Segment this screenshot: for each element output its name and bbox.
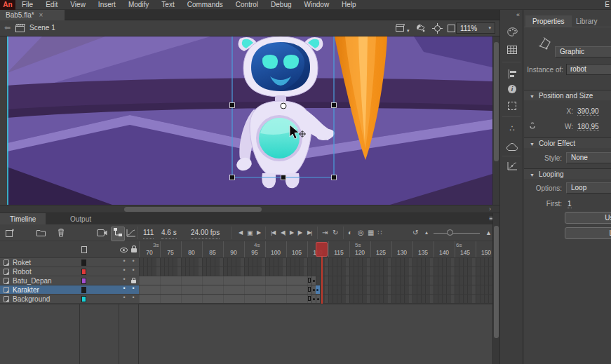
tab-library[interactable]: Library bbox=[569, 15, 605, 27]
layer-row-karakter[interactable]: Karakter•• bbox=[0, 285, 492, 295]
menu-commands[interactable]: Commands bbox=[181, 0, 229, 10]
center-stage-icon[interactable] bbox=[432, 23, 443, 34]
layer-lock-dot[interactable]: • bbox=[130, 285, 137, 292]
workspace-button[interactable]: E bbox=[605, 0, 610, 10]
style-select[interactable]: None bbox=[566, 152, 611, 163]
menu-view[interactable]: View bbox=[64, 0, 92, 10]
layer-row-roket[interactable]: Roket•• bbox=[0, 258, 492, 267]
scrollbar-right-arrow[interactable]: › bbox=[489, 205, 491, 213]
use-frame-picker-button[interactable]: Use Fra bbox=[565, 212, 611, 224]
section-color-effect[interactable]: ▼Color Effect bbox=[524, 137, 611, 148]
layer-visibility-dot[interactable]: • bbox=[121, 276, 128, 283]
step-back-one-frame-icon[interactable]: ◀| bbox=[281, 227, 285, 238]
w-value[interactable]: 180,95 bbox=[577, 123, 599, 131]
go-to-first-frame-icon[interactable]: |◀ bbox=[271, 227, 275, 238]
first-frame-value[interactable]: 1 bbox=[568, 200, 572, 208]
tab-output[interactable]: Output bbox=[60, 213, 101, 224]
menu-edit[interactable]: Edit bbox=[39, 0, 64, 10]
layer-visibility-dot[interactable]: • bbox=[121, 294, 128, 301]
layer-name-cell[interactable]: Karakter•• bbox=[0, 285, 139, 295]
layer-visibility-dot[interactable]: • bbox=[121, 257, 128, 264]
menu-debug[interactable]: Debug bbox=[264, 0, 297, 10]
current-frame-field[interactable]: 111 bbox=[143, 227, 154, 239]
layer-name-cell[interactable]: Roket•• bbox=[0, 258, 139, 267]
center-frame-icon[interactable]: ⇥ bbox=[322, 227, 328, 238]
play-icon[interactable]: ▶ bbox=[290, 227, 293, 238]
step-forward-icon[interactable]: ▶ bbox=[257, 227, 260, 238]
layer-outline-color-swatch[interactable] bbox=[81, 278, 86, 284]
layer-outline-color-swatch[interactable] bbox=[81, 259, 86, 266]
layer-frames-roket[interactable] bbox=[139, 258, 492, 267]
stage-horizontal-scrollbar[interactable]: › bbox=[0, 205, 499, 213]
frame-span[interactable] bbox=[139, 285, 311, 294]
layer-name-cell[interactable]: Background•• bbox=[0, 295, 139, 304]
layer-frames-robot[interactable] bbox=[139, 267, 492, 276]
graph-icon[interactable] bbox=[126, 229, 136, 237]
loop-icon[interactable]: ↻ bbox=[333, 227, 338, 238]
keyframe-cell[interactable] bbox=[311, 276, 316, 285]
layer-lock-icon[interactable] bbox=[131, 280, 136, 283]
modify-markers-icon[interactable]: ∷ bbox=[377, 227, 382, 238]
app-logo[interactable]: An bbox=[0, 0, 15, 10]
elapsed-time-field[interactable]: 4.6 s bbox=[161, 227, 177, 239]
section-looping[interactable]: ▼Looping bbox=[524, 168, 611, 179]
transform-panel-icon[interactable] bbox=[506, 100, 518, 112]
layer-row-background[interactable]: Background•• bbox=[0, 295, 492, 304]
stage-canvas[interactable] bbox=[0, 36, 492, 205]
edit-multiple-frames-icon[interactable]: ▦ bbox=[368, 227, 374, 238]
layer-frames-batu-depan[interactable] bbox=[139, 276, 492, 285]
visibility-column-icon[interactable] bbox=[120, 248, 128, 252]
menu-text[interactable]: Text bbox=[155, 0, 180, 10]
layer-outline-color-swatch[interactable] bbox=[81, 296, 86, 302]
layer-outline-color-swatch[interactable] bbox=[81, 287, 86, 293]
step-back-icon[interactable]: ◀ bbox=[239, 227, 242, 238]
swatches-panel-icon[interactable] bbox=[506, 43, 518, 56]
show-parenting-icon[interactable] bbox=[111, 227, 125, 241]
info-panel-icon[interactable]: i bbox=[506, 83, 518, 95]
layer-name-cell[interactable]: Batu_Depan• bbox=[0, 276, 139, 285]
frame-span[interactable] bbox=[139, 276, 311, 285]
scene-breadcrumb[interactable]: Scene 1 bbox=[29, 24, 55, 32]
menu-modify[interactable]: Modify bbox=[122, 0, 155, 10]
edit-scene-icon[interactable] bbox=[396, 23, 406, 32]
tab-properties[interactable]: Properties bbox=[525, 15, 572, 27]
symbol-type-select[interactable]: Graphic bbox=[555, 46, 611, 58]
reset-timeline-zoom-icon[interactable]: ↺ bbox=[412, 227, 418, 238]
close-icon[interactable]: × bbox=[39, 11, 43, 19]
onion-skin-icon[interactable]: ◐ bbox=[348, 227, 352, 238]
layer-visibility-dot[interactable]: • bbox=[121, 267, 128, 274]
layer-lock-dot[interactable]: • bbox=[130, 257, 137, 264]
back-arrow-icon[interactable]: ⬅ bbox=[4, 23, 11, 32]
stage-zoom-select[interactable]: 111% ▾ bbox=[456, 22, 495, 34]
collapse-panels-icon[interactable]: ‹‹ bbox=[516, 11, 519, 18]
onion-skin-outlines-icon[interactable]: ◎ bbox=[358, 227, 364, 238]
layer-row-robot[interactable]: Robot•• bbox=[0, 267, 492, 276]
layer-frames-background[interactable] bbox=[139, 295, 492, 304]
go-to-last-frame-icon[interactable]: ▶| bbox=[307, 227, 311, 238]
loop-options-select[interactable]: Loop bbox=[566, 182, 611, 194]
camera-icon[interactable] bbox=[97, 229, 107, 236]
layer-outline-color-swatch[interactable] bbox=[81, 269, 86, 275]
new-folder-icon[interactable] bbox=[36, 229, 46, 236]
motion-editor-panel-icon[interactable] bbox=[506, 160, 518, 173]
layer-frames-karakter[interactable] bbox=[139, 285, 492, 295]
layer-lock-dot[interactable]: • bbox=[130, 267, 137, 274]
frame-span[interactable] bbox=[139, 295, 311, 303]
edit-symbols-icon[interactable] bbox=[415, 23, 427, 33]
menu-file[interactable]: File bbox=[15, 0, 39, 10]
timeline-zoom-slider[interactable] bbox=[434, 233, 480, 234]
new-layer-icon[interactable] bbox=[6, 229, 15, 237]
delete-layer-icon[interactable] bbox=[58, 228, 65, 237]
lock-column-icon[interactable] bbox=[131, 248, 137, 252]
menu-insert[interactable]: Insert bbox=[92, 0, 122, 10]
color-panel-icon[interactable] bbox=[506, 25, 518, 38]
layer-lock-dot[interactable]: • bbox=[130, 294, 137, 301]
layer-visibility-dot[interactable]: • bbox=[121, 285, 128, 292]
instance-name-field[interactable]: robot bbox=[566, 64, 611, 75]
section-position-size[interactable]: ▼Position and Size bbox=[524, 90, 611, 100]
tab-timeline[interactable]: Timeline bbox=[0, 213, 46, 224]
lip-syncing-button[interactable]: Lip S bbox=[565, 227, 611, 239]
layer-row-batu-depan[interactable]: Batu_Depan• bbox=[0, 276, 492, 285]
keyframe-cell[interactable] bbox=[316, 295, 320, 303]
layer-name-cell[interactable]: Robot•• bbox=[0, 267, 139, 276]
